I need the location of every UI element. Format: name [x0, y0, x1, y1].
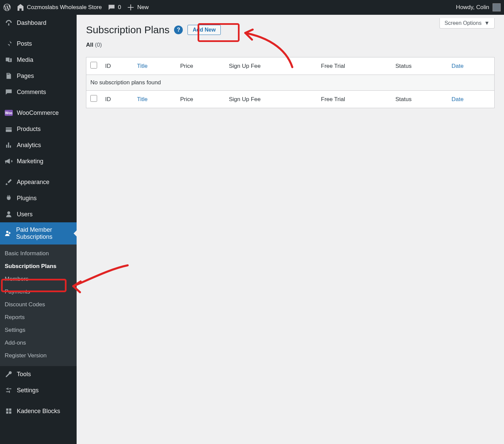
- screen-options-toggle[interactable]: Screen Options ▼: [439, 18, 495, 29]
- products-icon: [5, 125, 13, 133]
- add-new-button[interactable]: Add New: [187, 25, 220, 35]
- pms-submenu: Basic Information Subscription Plans Mem…: [0, 245, 77, 366]
- col-date[interactable]: Date: [448, 57, 495, 75]
- admin-toolbar: Cozmoslabs Wholesale Store 0 New Howdy, …: [0, 0, 504, 15]
- menu-media[interactable]: Media: [0, 52, 77, 68]
- plug-icon: [5, 194, 13, 202]
- megaphone-icon: [5, 157, 13, 165]
- comments-link[interactable]: 0: [108, 4, 121, 11]
- media-icon: [5, 56, 13, 64]
- wp-logo[interactable]: [3, 4, 11, 11]
- col-title[interactable]: Title: [133, 57, 176, 75]
- submenu-subscription-plans[interactable]: Subscription Plans: [0, 260, 77, 273]
- menu-plugins[interactable]: Plugins: [0, 190, 77, 206]
- list-filter: All (0): [86, 42, 495, 48]
- submenu-reports[interactable]: Reports: [0, 311, 77, 324]
- new-content-link[interactable]: New: [127, 4, 149, 11]
- page-title: Subscription Plans: [86, 24, 169, 36]
- submenu-register-version[interactable]: Register Version: [0, 349, 77, 362]
- sliders-icon: [5, 386, 13, 394]
- avatar: [493, 3, 501, 11]
- col-price: Price: [176, 57, 225, 75]
- menu-paid-member-subscriptions[interactable]: Paid Member Subscriptions: [0, 222, 77, 245]
- submenu-basic-information[interactable]: Basic Information: [0, 247, 77, 260]
- brush-icon: [5, 178, 13, 186]
- select-all-top[interactable]: [90, 62, 97, 69]
- filter-count: (0): [95, 42, 102, 48]
- submenu-add-ons[interactable]: Add-ons: [0, 337, 77, 349]
- menu-marketing[interactable]: Marketing: [0, 153, 77, 169]
- menu-products[interactable]: Products: [0, 121, 77, 137]
- col-trial: Free Trial: [317, 57, 391, 75]
- comments-count: 0: [118, 4, 121, 11]
- analytics-icon: [5, 141, 13, 149]
- filter-all[interactable]: All: [86, 42, 93, 48]
- menu-users[interactable]: Users: [0, 206, 77, 222]
- admin-menu: Dashboard Posts Media Pages Comments Woo…: [0, 15, 77, 444]
- caret-down-icon: ▼: [484, 20, 490, 26]
- menu-kadence-blocks[interactable]: Kadence Blocks: [0, 403, 77, 419]
- kadence-icon: [5, 407, 13, 415]
- comment-icon: [5, 88, 13, 96]
- howdy-text: Howdy, Colin: [456, 4, 489, 11]
- help-icon[interactable]: ?: [174, 26, 183, 34]
- menu-woocommerce[interactable]: Woo WooCommerce: [0, 105, 77, 121]
- menu-comments[interactable]: Comments: [0, 84, 77, 100]
- col-status: Status: [391, 57, 448, 75]
- content-wrap: Screen Options ▼ Subscription Plans ? Ad…: [77, 15, 504, 444]
- select-all-bottom[interactable]: [90, 95, 97, 102]
- menu-analytics[interactable]: Analytics: [0, 137, 77, 153]
- no-items-text: No subscription plans found: [86, 75, 495, 91]
- menu-posts[interactable]: Posts: [0, 36, 77, 52]
- menu-tools[interactable]: Tools: [0, 366, 77, 382]
- dashboard-icon: [5, 19, 13, 27]
- submenu-settings[interactable]: Settings: [0, 324, 77, 337]
- wrench-icon: [5, 370, 13, 378]
- new-label: New: [137, 4, 149, 11]
- submenu-payments[interactable]: Payments: [0, 285, 77, 298]
- menu-pages[interactable]: Pages: [0, 68, 77, 84]
- no-items-row: No subscription plans found: [86, 75, 495, 91]
- col-signup: Sign Up Fee: [225, 57, 317, 75]
- pages-icon: [5, 72, 13, 80]
- woocommerce-icon: Woo: [5, 109, 13, 117]
- plans-table: ID Title Price Sign Up Fee Free Trial St…: [86, 57, 495, 108]
- menu-settings[interactable]: Settings: [0, 382, 77, 398]
- submenu-discount-codes[interactable]: Discount Codes: [0, 298, 77, 311]
- site-name: Cozmoslabs Wholesale Store: [27, 4, 102, 11]
- pms-icon: [5, 229, 12, 237]
- pin-icon: [5, 40, 13, 48]
- user-icon: [5, 210, 13, 218]
- site-name-link[interactable]: Cozmoslabs Wholesale Store: [17, 4, 102, 11]
- account-link[interactable]: Howdy, Colin: [456, 3, 501, 11]
- menu-dashboard[interactable]: Dashboard: [0, 15, 77, 31]
- col-id: ID: [101, 57, 133, 75]
- menu-appearance[interactable]: Appearance: [0, 174, 77, 190]
- submenu-members[interactable]: Members: [0, 273, 77, 285]
